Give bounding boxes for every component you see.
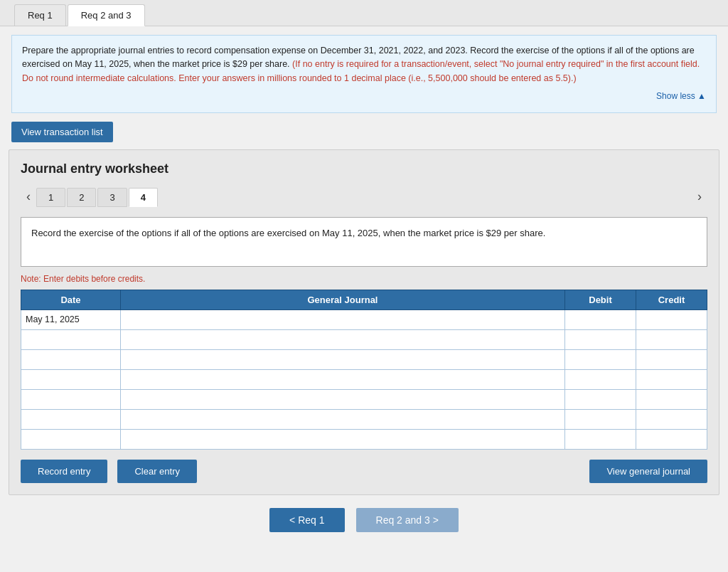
entry-tab-4[interactable]: 4 — [129, 188, 158, 207]
journal-input[interactable] — [121, 350, 564, 369]
credit-input[interactable] — [636, 430, 707, 449]
journal-input[interactable] — [121, 410, 564, 429]
journal-cell[interactable] — [121, 409, 565, 429]
debit-cell[interactable] — [565, 409, 636, 429]
debit-input[interactable] — [565, 330, 636, 349]
journal-input[interactable] — [121, 430, 564, 449]
credit-input[interactable] — [636, 310, 707, 329]
top-tabs-bar: Req 1 Req 2 and 3 — [0, 0, 728, 26]
note-text: Note: Enter debits before credits. — [21, 274, 707, 284]
entry-description: Record the exercise of the options if al… — [21, 217, 707, 267]
debit-input[interactable] — [565, 390, 636, 409]
table-row — [21, 389, 707, 409]
bottom-nav: < Req 1 Req 2 and 3 > — [0, 508, 728, 532]
credit-input[interactable] — [636, 390, 707, 409]
credit-cell[interactable] — [636, 369, 707, 389]
date-cell — [21, 409, 121, 429]
action-buttons: Record entry Clear entry View general jo… — [21, 460, 707, 483]
table-row: May 11, 2025 — [21, 309, 707, 329]
show-less-link[interactable]: Show less ▲ — [656, 91, 706, 101]
entry-tab-3[interactable]: 3 — [97, 188, 127, 207]
journal-table: Date General Journal Debit Credit May 11… — [21, 290, 707, 450]
bottom-next-button: Req 2 and 3 > — [356, 508, 459, 532]
credit-input[interactable] — [636, 350, 707, 369]
entry-tabs: ‹ 1 2 3 4 › — [21, 186, 707, 207]
journal-input[interactable] — [121, 370, 564, 389]
col-header-journal: General Journal — [121, 290, 565, 309]
journal-cell[interactable] — [121, 369, 565, 389]
table-row — [21, 409, 707, 429]
instructions-box: Prepare the appropriate journal entries … — [11, 35, 717, 113]
journal-cell[interactable] — [121, 429, 565, 449]
col-header-debit: Debit — [565, 290, 636, 309]
debit-cell[interactable] — [565, 309, 636, 329]
credit-cell[interactable] — [636, 309, 707, 329]
credit-cell[interactable] — [636, 409, 707, 429]
debit-input[interactable] — [565, 350, 636, 369]
date-cell — [21, 349, 121, 369]
debit-cell[interactable] — [565, 329, 636, 349]
credit-input[interactable] — [636, 330, 707, 349]
col-header-credit: Credit — [636, 290, 707, 309]
debit-cell[interactable] — [565, 389, 636, 409]
tab-req1[interactable]: Req 1 — [14, 4, 66, 26]
credit-input[interactable] — [636, 410, 707, 429]
journal-cell[interactable] — [121, 329, 565, 349]
credit-cell[interactable] — [636, 389, 707, 409]
credit-input[interactable] — [636, 370, 707, 389]
worksheet-title: Journal entry worksheet — [21, 161, 707, 176]
entry-tab-2[interactable]: 2 — [67, 188, 96, 207]
debit-cell[interactable] — [565, 369, 636, 389]
journal-cell[interactable] — [121, 389, 565, 409]
credit-cell[interactable] — [636, 349, 707, 369]
worksheet-container: Journal entry worksheet ‹ 1 2 3 4 › Reco… — [9, 149, 719, 495]
table-row — [21, 329, 707, 349]
debit-cell[interactable] — [565, 429, 636, 449]
journal-input[interactable] — [121, 310, 564, 329]
date-cell — [21, 369, 121, 389]
table-row — [21, 429, 707, 449]
record-entry-button[interactable]: Record entry — [21, 460, 107, 483]
date-cell — [21, 429, 121, 449]
debit-cell[interactable] — [565, 349, 636, 369]
date-cell — [21, 329, 121, 349]
prev-entry-arrow[interactable]: ‹ — [21, 186, 36, 207]
debit-input[interactable] — [565, 310, 636, 329]
journal-input[interactable] — [121, 390, 564, 409]
journal-input[interactable] — [121, 330, 564, 349]
clear-entry-button[interactable]: Clear entry — [117, 460, 197, 483]
credit-cell[interactable] — [636, 429, 707, 449]
entry-tab-1[interactable]: 1 — [36, 188, 65, 207]
table-row — [21, 349, 707, 369]
view-general-journal-button[interactable]: View general journal — [589, 460, 707, 483]
debit-input[interactable] — [565, 410, 636, 429]
date-cell — [21, 389, 121, 409]
next-entry-arrow[interactable]: › — [692, 186, 707, 207]
debit-input[interactable] — [565, 430, 636, 449]
debit-input[interactable] — [565, 370, 636, 389]
journal-cell[interactable] — [121, 309, 565, 329]
view-transaction-button[interactable]: View transaction list — [11, 122, 113, 142]
table-row — [21, 369, 707, 389]
journal-cell[interactable] — [121, 349, 565, 369]
credit-cell[interactable] — [636, 329, 707, 349]
col-header-date: Date — [21, 290, 121, 309]
date-cell: May 11, 2025 — [21, 309, 121, 329]
bottom-prev-button[interactable]: < Req 1 — [269, 508, 344, 532]
tab-req2and3[interactable]: Req 2 and 3 — [68, 4, 145, 26]
